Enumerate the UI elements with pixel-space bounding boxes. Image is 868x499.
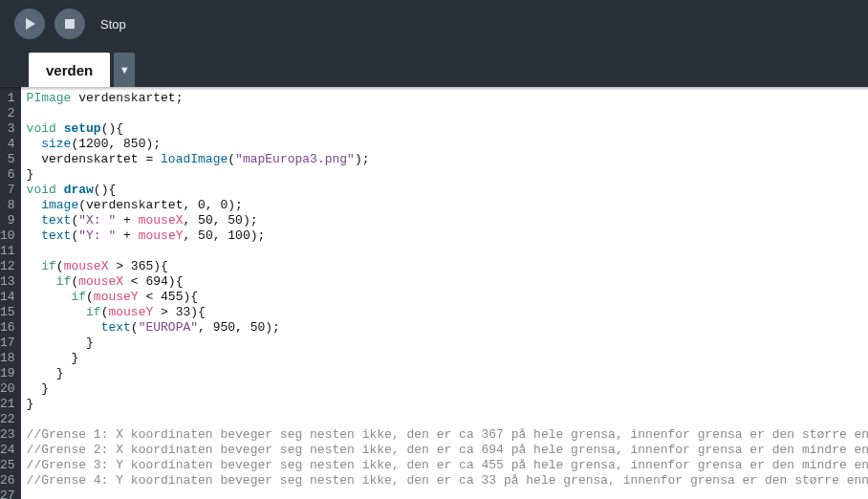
line-gutter: 1234567891011121314151617181920212223242… bbox=[0, 87, 21, 499]
line-number: 15 bbox=[0, 305, 15, 320]
code-line: verdenskartet = loadImage("mapEuropa3.pn… bbox=[27, 152, 868, 167]
line-number: 10 bbox=[0, 228, 15, 244]
code-line: size(1200, 850); bbox=[27, 137, 868, 152]
stop-button[interactable] bbox=[54, 9, 85, 39]
code-line: PImage verdenskartet; bbox=[27, 91, 868, 106]
svg-rect-1 bbox=[65, 19, 75, 29]
tab-bar: verden ▼ bbox=[0, 48, 868, 87]
code-line: } bbox=[27, 397, 868, 412]
line-number: 6 bbox=[0, 167, 15, 183]
code-line: text("EUROPA", 950, 50); bbox=[27, 320, 868, 336]
line-number: 7 bbox=[0, 183, 15, 198]
code-line: } bbox=[27, 167, 868, 183]
line-number: 23 bbox=[0, 427, 15, 443]
code-line: if(mouseX > 365){ bbox=[27, 259, 868, 274]
tab-dropdown[interactable]: ▼ bbox=[114, 53, 135, 87]
code-line bbox=[27, 244, 868, 259]
line-number: 25 bbox=[0, 458, 15, 473]
line-number: 20 bbox=[0, 381, 15, 397]
chevron-down-icon: ▼ bbox=[119, 64, 130, 76]
code-area[interactable]: PImage verdenskartet; void setup(){ size… bbox=[21, 87, 868, 499]
line-number: 11 bbox=[0, 244, 15, 259]
line-number: 16 bbox=[0, 320, 15, 336]
tab-active[interactable]: verden bbox=[29, 53, 110, 87]
code-line: if(mouseY < 455){ bbox=[27, 290, 868, 305]
code-line: //Grense 3: Y koordinaten beveger seg ne… bbox=[27, 458, 868, 473]
line-number: 19 bbox=[0, 366, 15, 381]
code-line: } bbox=[27, 366, 868, 381]
line-number: 12 bbox=[0, 259, 15, 274]
stop-icon bbox=[64, 18, 76, 30]
code-line: //Grense 4: Y koordinaten beveger seg ne… bbox=[27, 473, 868, 488]
line-number: 26 bbox=[0, 473, 15, 488]
line-number: 2 bbox=[0, 106, 15, 121]
toolbar: Stop bbox=[0, 0, 868, 48]
play-icon bbox=[23, 17, 36, 31]
line-number: 14 bbox=[0, 290, 15, 305]
svg-marker-0 bbox=[26, 18, 35, 30]
line-number: 27 bbox=[0, 488, 15, 499]
line-number: 18 bbox=[0, 351, 15, 366]
code-line: if(mouseY > 33){ bbox=[27, 305, 868, 320]
code-line: void draw(){ bbox=[27, 183, 868, 198]
line-number: 5 bbox=[0, 152, 15, 167]
code-line bbox=[27, 488, 868, 499]
line-number: 17 bbox=[0, 336, 15, 351]
run-button[interactable] bbox=[14, 9, 45, 39]
line-number: 13 bbox=[0, 274, 15, 290]
code-line: if(mouseX < 694){ bbox=[27, 274, 868, 290]
code-line: } bbox=[27, 381, 868, 397]
tabbar-shadow bbox=[0, 87, 868, 91]
code-line: image(verdenskartet, 0, 0); bbox=[27, 198, 868, 213]
line-number: 4 bbox=[0, 137, 15, 152]
code-line: } bbox=[27, 351, 868, 366]
code-line: void setup(){ bbox=[27, 121, 868, 137]
line-number: 22 bbox=[0, 412, 15, 427]
code-editor[interactable]: 1234567891011121314151617181920212223242… bbox=[0, 87, 868, 499]
code-line: //Grense 1: X koordinaten beveger seg ne… bbox=[27, 427, 868, 443]
code-line: } bbox=[27, 336, 868, 351]
line-number: 21 bbox=[0, 397, 15, 412]
code-line: text("X: " + mouseX, 50, 50); bbox=[27, 213, 868, 228]
line-number: 1 bbox=[0, 91, 15, 106]
code-line bbox=[27, 412, 868, 427]
line-number: 9 bbox=[0, 213, 15, 228]
stop-label: Stop bbox=[100, 17, 126, 32]
code-line bbox=[27, 106, 868, 121]
line-number: 24 bbox=[0, 443, 15, 458]
code-line: text("Y: " + mouseY, 50, 100); bbox=[27, 228, 868, 244]
line-number: 3 bbox=[0, 121, 15, 137]
code-line: //Grense 2: X koordinaten beveger seg ne… bbox=[27, 443, 868, 458]
line-number: 8 bbox=[0, 198, 15, 213]
